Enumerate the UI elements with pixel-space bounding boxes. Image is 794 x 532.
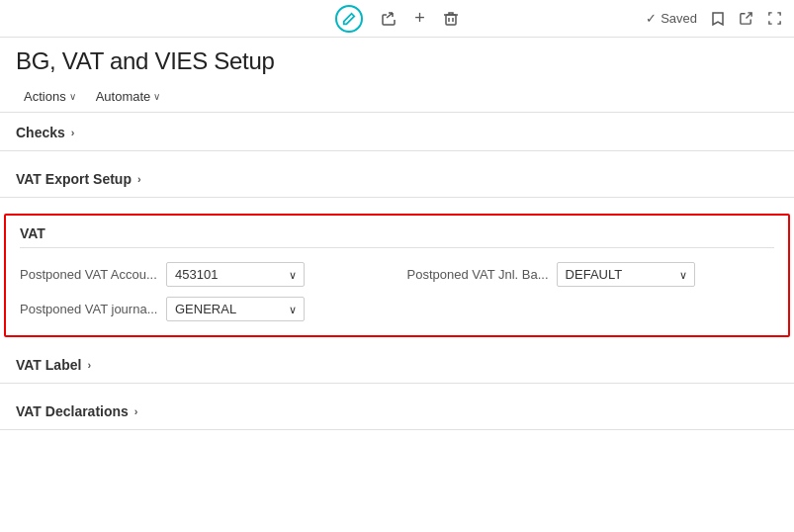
vat-export-setup-chevron-icon: › bbox=[137, 173, 141, 185]
vat-declarations-chevron-icon: › bbox=[134, 405, 138, 417]
vat-declarations-section-header[interactable]: VAT Declarations › bbox=[0, 392, 794, 430]
toolbar: + ✓ Saved bbox=[0, 0, 794, 38]
automate-button[interactable]: Automate ∨ bbox=[88, 85, 169, 108]
postponed-vat-journal-label: Postponed VAT journa... bbox=[20, 302, 158, 316]
edit-icon[interactable] bbox=[335, 5, 363, 33]
add-icon[interactable]: + bbox=[414, 8, 425, 29]
external-link-icon[interactable] bbox=[739, 11, 753, 26]
vat-label-chevron-icon: › bbox=[87, 359, 91, 371]
postponed-vat-account-row: Postponed VAT Accou... 453101 ∨ bbox=[20, 262, 388, 287]
automate-chevron-icon: ∨ bbox=[153, 91, 160, 102]
postponed-vat-journal-select[interactable]: GENERAL bbox=[166, 297, 305, 321]
checks-section-header[interactable]: Checks › bbox=[0, 113, 794, 151]
saved-status: ✓ Saved bbox=[646, 11, 697, 26]
vat-section-title: VAT bbox=[20, 225, 774, 248]
checks-chevron-icon: › bbox=[71, 127, 75, 138]
postponed-vat-jnl-ba-select-wrapper[interactable]: DEFAULT ∨ bbox=[557, 262, 695, 287]
postponed-vat-account-label: Postponed VAT Accou... bbox=[20, 267, 158, 282]
share-icon[interactable] bbox=[381, 11, 397, 27]
postponed-vat-jnl-ba-row: Postponed VAT Jnl. Ba... DEFAULT ∨ bbox=[407, 262, 775, 287]
vat-form-grid: Postponed VAT Accou... 453101 ∨ Postpone… bbox=[20, 262, 774, 321]
actions-chevron-icon: ∨ bbox=[69, 91, 76, 102]
vat-label-section-header[interactable]: VAT Label › bbox=[0, 345, 794, 384]
postponed-vat-account-select-wrapper[interactable]: 453101 ∨ bbox=[166, 262, 305, 287]
page-title-area: BG, VAT and VIES Setup bbox=[0, 38, 794, 81]
bookmark-icon[interactable] bbox=[711, 11, 725, 27]
postponed-vat-jnl-ba-label: Postponed VAT Jnl. Ba... bbox=[407, 267, 549, 282]
vat-export-setup-section-title: VAT Export Setup › bbox=[16, 171, 141, 187]
actions-button[interactable]: Actions ∨ bbox=[16, 85, 84, 108]
page-title: BG, VAT and VIES Setup bbox=[16, 47, 778, 75]
postponed-vat-account-select[interactable]: 453101 bbox=[166, 262, 305, 287]
vat-export-setup-section-header[interactable]: VAT Export Setup › bbox=[0, 159, 794, 198]
svg-rect-0 bbox=[446, 15, 456, 25]
expand-icon[interactable] bbox=[767, 11, 782, 26]
checks-section-title: Checks › bbox=[16, 125, 74, 140]
postponed-vat-jnl-ba-select[interactable]: DEFAULT bbox=[557, 262, 695, 287]
postponed-vat-journal-row: Postponed VAT journa... GENERAL ∨ bbox=[20, 297, 388, 321]
postponed-vat-journal-select-wrapper[interactable]: GENERAL ∨ bbox=[166, 297, 305, 321]
check-icon: ✓ bbox=[646, 11, 657, 26]
vat-declarations-section-title: VAT Declarations › bbox=[16, 403, 138, 419]
empty-cell bbox=[407, 297, 775, 321]
toolbar-center: + bbox=[335, 5, 459, 33]
action-bar: Actions ∨ Automate ∨ bbox=[0, 81, 794, 113]
toolbar-right: ✓ Saved bbox=[646, 11, 782, 27]
vat-section: VAT Postponed VAT Accou... 453101 ∨ Post… bbox=[4, 214, 790, 337]
vat-label-section-title: VAT Label › bbox=[16, 357, 91, 373]
delete-icon[interactable] bbox=[443, 11, 459, 27]
